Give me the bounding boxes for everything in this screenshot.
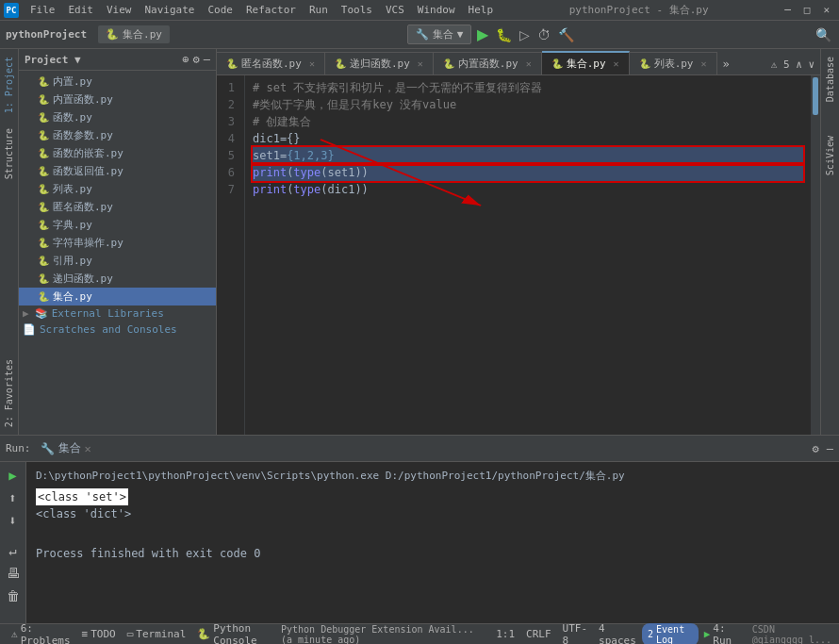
search-everywhere-button[interactable]: 🔍	[814, 25, 833, 44]
status-message: Python Debugger Extension Avail... (a mi…	[281, 624, 490, 645]
tree-item-niming[interactable]: 🐍 匿名函数.py	[19, 198, 216, 216]
menu-run[interactable]: Run	[304, 2, 334, 18]
run-wrap-button[interactable]: ↵	[7, 541, 18, 560]
tree-item-jihe[interactable]: 🐍 集合.py	[19, 288, 216, 305]
tab-label: 匿名函数.py	[241, 57, 302, 71]
status-terminal[interactable]: ▭ Terminal	[122, 628, 192, 640]
menu-navigate[interactable]: Navigate	[140, 2, 201, 18]
menu-window[interactable]: Window	[412, 2, 461, 18]
menu-refactor[interactable]: Refactor	[240, 2, 302, 18]
run-path-line: D:\pythonProject1\pythonProject\venv\Scr…	[36, 468, 830, 485]
status-todo[interactable]: ≡ TODO	[76, 628, 122, 640]
status-run[interactable]: ▶ 4: Run	[699, 622, 745, 645]
coverage-button[interactable]: ▷	[518, 25, 532, 44]
run-settings-icon[interactable]: ⚙	[813, 442, 819, 455]
menu-help[interactable]: Help	[463, 2, 500, 18]
menu-tools[interactable]: Tools	[336, 2, 378, 18]
status-encoding[interactable]: UTF-8	[557, 622, 594, 645]
run-config[interactable]: 🔧 集合 ▼	[407, 25, 472, 44]
run-scroll-down-button[interactable]: ⬇	[7, 511, 18, 530]
tree-item-neizhihanshu[interactable]: 🐍 内置函数.py	[19, 91, 216, 108]
scrollbar-area[interactable]	[811, 75, 820, 435]
tree-item-liebiao[interactable]: 🐍 列表.py	[19, 180, 216, 198]
status-event-log[interactable]: 2 Event Log	[642, 623, 699, 645]
file-icon: 🐍	[106, 28, 119, 41]
tab-close[interactable]: ✕	[418, 58, 423, 69]
tab-more-button[interactable]: »	[717, 54, 735, 74]
python-console-icon: 🐍	[197, 628, 210, 640]
tree-item-digui[interactable]: 🐍 递归函数.py	[19, 270, 216, 288]
run-tab-name[interactable]: 集合	[58, 440, 81, 456]
sidebar-item-structure[interactable]: Structure	[2, 121, 16, 187]
maximize-button[interactable]: □	[798, 2, 816, 18]
py-icon: 🐍	[38, 166, 49, 176]
py-icon: 🐍	[38, 76, 49, 87]
sidebar-item-sciview[interactable]: SciView	[823, 128, 837, 183]
status-python-console[interactable]: 🐍 Python Console	[191, 622, 281, 645]
status-indent[interactable]: 4 spaces	[593, 622, 642, 645]
status-line-ending[interactable]: CRLF	[520, 628, 557, 640]
run-tab-close[interactable]: ✕	[85, 442, 91, 455]
run-button[interactable]: ▶	[475, 24, 490, 45]
status-position[interactable]: 1:1	[490, 628, 520, 640]
sidebar-item-project[interactable]: 1: Project	[2, 49, 16, 121]
file-tree: 🐍 内置.py 🐍 内置函数.py 🐍 函数.py 🐍 函数参数.py 🐍 函数…	[19, 71, 216, 435]
tab-close[interactable]: ✕	[614, 58, 619, 69]
py-icon: 🐍	[38, 220, 49, 230]
tab-close[interactable]: ✕	[309, 58, 315, 69]
tab-close[interactable]: ✕	[701, 58, 707, 69]
run-delete-button[interactable]: 🗑	[5, 586, 22, 605]
window-title: pythonProject - 集合.py	[569, 3, 709, 17]
menu-edit[interactable]: Edit	[63, 2, 100, 18]
terminal-label: Terminal	[136, 628, 186, 640]
debug-button[interactable]: 🐛	[494, 25, 514, 44]
menu-vcs[interactable]: VCS	[380, 2, 410, 18]
settings-icon[interactable]: ⚙	[193, 53, 200, 66]
todo-icon: ≡	[82, 628, 89, 640]
tab-neizhi[interactable]: 🐍 内置函数.py ✕	[434, 52, 542, 74]
menu-file[interactable]: File	[25, 2, 61, 18]
encoding-label: UTF-8	[563, 622, 588, 645]
run-print-button[interactable]: 🖶	[5, 564, 22, 583]
tree-item-hanshuret[interactable]: 🐍 函数返回值.py	[19, 162, 216, 180]
file-icon: 🐍	[335, 58, 346, 69]
menu-view[interactable]: View	[101, 2, 138, 18]
code-content[interactable]: # set 不支持索引和切片，是一个无需的不重复得到容器 #类似于字典，但是只有…	[245, 75, 811, 435]
tab-jihe[interactable]: 🐍 集合.py ✕	[542, 51, 630, 74]
sidebar-item-database[interactable]: Database	[823, 49, 837, 109]
current-file-tab[interactable]: 🐍 集合.py	[98, 25, 170, 43]
tab-close[interactable]: ✕	[526, 58, 532, 69]
profile-button[interactable]: ⏱	[535, 25, 552, 44]
build-button[interactable]: 🔨	[556, 25, 576, 44]
status-problems[interactable]: ⚠ 6: Problems	[6, 622, 76, 645]
tree-item-scratches[interactable]: 📄 Scratches and Consoles	[19, 322, 216, 338]
run-minimize-icon[interactable]: —	[827, 442, 833, 455]
menu-code[interactable]: Code	[202, 2, 239, 18]
tree-item-hanshu[interactable]: 🐍 函数.py	[19, 108, 216, 126]
tab-digui[interactable]: 🐍 递归函数.py ✕	[325, 52, 434, 74]
run-play-button[interactable]: ▶	[7, 466, 18, 485]
sidebar-item-favorites[interactable]: 2: Favorites	[2, 352, 16, 435]
scrollbar-thumb[interactable]	[813, 77, 818, 115]
file-icon: 🐍	[443, 58, 454, 69]
tab-niming[interactable]: 🐍 匿名函数.py ✕	[217, 52, 325, 74]
tree-item-external[interactable]: ▶ 📚 External Libraries	[19, 305, 216, 322]
close-button[interactable]: ✕	[817, 2, 835, 18]
minimize-button[interactable]: ─	[779, 2, 797, 18]
tree-item-yinyong[interactable]: 🐍 引用.py	[19, 252, 216, 270]
code-text: # 创建集合	[253, 113, 311, 130]
tab-liebiao[interactable]: 🐍 列表.py ✕	[630, 52, 717, 74]
code-text: 1,2,3	[293, 147, 327, 164]
run-config-dropdown[interactable]: ▼	[457, 28, 464, 41]
code-text: # set 不支持索引和切片，是一个无需的不重复得到容器	[253, 79, 542, 96]
tree-item-hanshqt[interactable]: 🐍 函数的嵌套.py	[19, 144, 216, 162]
external-icon: 📚	[35, 307, 48, 320]
tree-item-hanshucs[interactable]: 🐍 函数参数.py	[19, 126, 216, 144]
tree-item-zifu[interactable]: 🐍 字符串操作.py	[19, 234, 216, 252]
collapse-icon[interactable]: —	[204, 53, 210, 66]
tree-item-zidian[interactable]: 🐍 字典.py	[19, 216, 216, 234]
add-icon[interactable]: ⊕	[182, 53, 189, 66]
tree-item-neizhi[interactable]: 🐍 内置.py	[19, 73, 216, 91]
run-scroll-top-button[interactable]: ⬆	[7, 488, 18, 507]
code-text: {	[287, 147, 293, 164]
